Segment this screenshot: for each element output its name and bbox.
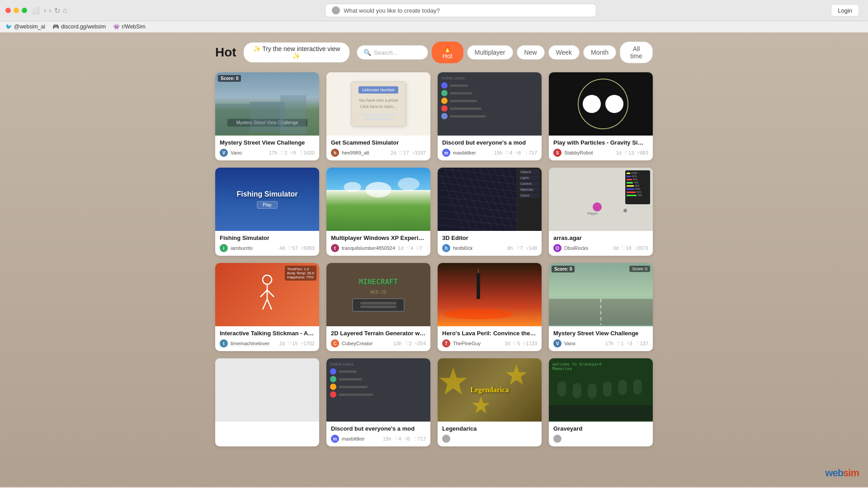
card-info: 3D Editor h hintbl0ck 8h ♡7 ⑂148 [438,231,542,256]
browser-chrome: ⬜ ‹ › ↻ ⌂ What would you like to create … [0,0,868,21]
card-title: Play with Particles - Gravity Simul... [553,139,648,146]
svg-line-13 [438,169,464,230]
card-stats: 17h ♡2 ⑂8 ⋮1020 [269,150,315,156]
card-thumbnail: Fishing Simulator Play [215,168,319,231]
address-bar[interactable]: What would you like to create today? [325,4,596,17]
card-stats: 15h ♡4 ⑂6 ⋮717 [494,150,537,156]
card-item[interactable]: Mystery Street View Challenge Score: 0 M… [215,72,319,160]
card-item[interactable]: MINECRAFT WEB-2D 2D Layered Terrain Gene… [326,263,430,351]
websim-logo: websim [825,467,859,479]
bookmark-discord[interactable]: 🎮 discord.gg/websim [52,23,106,30]
card-item[interactable]: Multiplayer Windows XP Experience t tran… [326,168,430,256]
back-icon[interactable]: ‹ [44,6,46,14]
svg-rect-51 [588,383,596,399]
filter-multiplayer[interactable]: Multiplayer [467,45,513,60]
card-time: 1d [616,150,621,155]
card-views: ⋮137 [635,341,648,347]
card-stats: 1d ♡4 ⑂7 ⋮1415 [398,245,430,251]
card-info: Mystery Street View Challenge V Vano 17h… [215,136,319,160]
card-item[interactable]: welcome to GraveyardMemories Graveyard [549,358,653,446]
card-title: Fishing Simulator [220,235,315,241]
svg-line-21 [494,169,517,230]
tab-icon: ⬜ [32,7,39,14]
card-time: 4d [279,245,285,251]
card-meta: T ThePineGuy 2d ♡5 ⑂1133 [442,339,537,347]
svg-line-24 [515,169,517,230]
card-forks: ⑂254 [415,341,426,346]
card-forks: ⑂148 [526,245,537,251]
card-item[interactable]: Hero's Lava Peril: Convince the Vi... T … [438,263,542,351]
search-placeholder: Search... [374,49,397,56]
card-title: Mystery Street View Challenge [220,139,315,146]
card-item[interactable]: Score: 0 Score: 0 Mystery Street View Ch… [549,263,653,351]
refresh-icon[interactable]: ↻ [54,6,60,15]
card-forks: ⑂7 [416,245,422,251]
card-info [215,422,319,429]
search-box[interactable]: 🔍 Search... [357,45,428,60]
card-item[interactable]: Online Users Discord but everyone's a mo… [438,72,542,160]
svg-marker-48 [472,396,490,413]
card-item[interactable]: TimeFlov: 1.0Body Temp: 36.6Happiness: 7… [215,263,319,351]
card-info: arras.agar O ObsiRocks 3d ♡18 ⑂2073 [549,231,653,256]
bookmark-reddit[interactable]: 👾 r/WebSim [113,23,145,30]
card-item[interactable]: ObjectsLightsCameraMaterialsScene 3D Edi… [438,168,542,256]
card-thumbnail [438,263,542,326]
card-thumbnail [549,72,653,136]
card-avatar: t [331,244,339,252]
svg-line-22 [501,169,517,230]
filter-new[interactable]: New [517,45,545,60]
svg-rect-53 [618,380,627,395]
maximize-button[interactable] [22,8,27,13]
login-button[interactable]: Login [831,5,859,17]
card-time: 2d [279,341,285,346]
card-item[interactable]: Player 1000920840760680600520440 arras.a… [549,168,653,256]
card-avatar: V [553,339,561,347]
card-time: 13h [393,341,401,346]
card-stats: 3d ♡18 ⑂2073 [613,245,648,251]
card-stats: 17h ♡1 ⑂3 ⋮137 [605,341,648,347]
card-item[interactable]: Online Users Discord but everyone's a mo… [326,358,430,446]
filter-all-time[interactable]: All time [620,42,653,63]
svg-point-12 [398,178,420,191]
bookmark-twitter[interactable]: 🐦 @websim_ai [5,23,45,30]
filter-month[interactable]: Month [583,45,616,60]
card-avatar: i [220,244,228,252]
card-thumbnail: MINECRAFT WEB-2D [326,263,430,326]
card-title: Interactive Talking Stickman - Adv... [220,330,315,337]
card-meta [442,435,537,443]
svg-rect-1 [250,102,285,132]
svg-line-20 [487,169,513,230]
card-item[interactable]: Play with Particles - Gravity Simul... S… [549,72,653,160]
header-row: Hot ✨ Try the new interactive view ✨ 🔍 S… [215,42,653,63]
svg-rect-52 [603,382,612,397]
card-item[interactable]: Fishing Simulator Play Fishing Simulator… [215,168,319,256]
card-likes: ♡1 [616,341,623,347]
filter-week[interactable]: Week [548,45,580,60]
card-views: ⋮1415 [425,245,430,251]
card-author: StabbyRobot [564,150,593,155]
forward-icon[interactable]: › [49,6,51,14]
svg-point-11 [344,182,361,192]
card-author: hee9989_alt [342,150,369,155]
card-avatar: V [220,149,228,157]
svg-rect-49 [557,381,566,397]
card-item[interactable]: Unknown Number You have won a prize!Clic… [326,72,430,160]
card-avatar: O [553,244,561,252]
card-time: 2d [391,150,396,155]
try-new-button[interactable]: ✨ Try the new interactive view ✨ [244,42,350,62]
card-item[interactable] [215,358,319,446]
home-icon[interactable]: ⌂ [63,6,67,14]
filter-hot[interactable]: 🔥 Hot [432,42,463,63]
card-avatar: h [331,149,339,157]
close-button[interactable] [5,8,11,13]
card-info: Fishing Simulator i iamburrito 4d ♡57 ⑂5… [215,231,319,256]
svg-line-19 [480,169,506,230]
card-info: 2D Layered Terrain Generator with... C C… [326,326,430,351]
card-avatar: C [331,339,339,347]
card-item[interactable]: Legendarica Legendarica [438,358,542,446]
card-time: 17h [605,341,613,346]
card-views: ⋮717 [524,150,537,156]
card-avatar: h [442,244,450,252]
minimize-button[interactable] [14,8,19,13]
svg-line-40 [267,299,272,310]
